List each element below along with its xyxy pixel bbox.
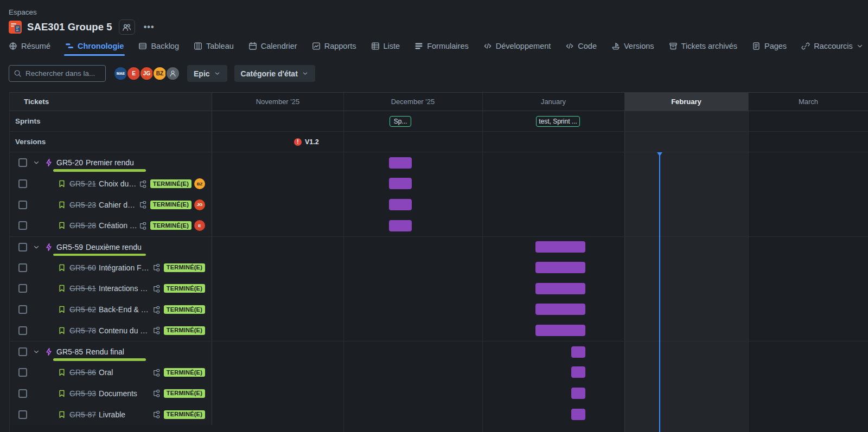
timeline-bar[interactable] [535,304,585,315]
row-timeline [212,237,868,257]
chevron-down-icon[interactable] [33,243,40,251]
tab-versions[interactable]: Versions [611,38,654,54]
issue-key: GR5-86 [69,368,96,377]
issue-row[interactable]: GR5-86OralTERMINÉ(E) [10,362,868,383]
row-checkbox[interactable] [18,389,27,398]
breadcrumb[interactable]: Espaces [9,8,37,16]
hierarchy-icon[interactable] [151,326,161,335]
tab-calendrier[interactable]: Calendrier [248,38,297,54]
row-checkbox[interactable] [18,243,27,252]
chevron-down-icon[interactable] [33,159,40,166]
row-checkbox[interactable] [18,326,27,335]
issue-key: GR5-93 [69,389,96,398]
timeline-icon [65,42,74,50]
timeline-bar[interactable] [389,178,412,189]
tab-tableau[interactable]: Tableau [194,38,234,54]
globe-icon [9,42,17,50]
epic-row[interactable]: GR5-85Rendu final [10,341,868,362]
tab-label: Backlog [151,42,179,50]
sprint-badge[interactable]: Sp... [390,116,411,127]
version-marker[interactable]: ! V1.2 [294,138,319,146]
tab-label: Tickets archivés [681,42,737,50]
avatar-jg[interactable]: JG [139,66,154,81]
timeline-bar[interactable] [571,388,585,399]
tab-chronologie[interactable]: Chronologie [65,38,124,54]
sprint-badge[interactable]: test, Sprint ... [536,116,580,127]
issue-summary: Rendu final [86,347,124,356]
assignee-avatar[interactable]: E [194,220,205,231]
tab-label: Code [578,42,597,50]
row-checkbox[interactable] [18,221,27,230]
backlog-icon [138,42,147,50]
tab-liste[interactable]: Liste [371,38,400,54]
row-checkbox[interactable] [18,305,27,314]
issue-row[interactable]: GR5-28Création Ji...TERMINÉ(E)E [10,215,868,236]
hierarchy-icon[interactable] [151,368,161,377]
tab-rapports[interactable]: Rapports [312,38,356,54]
hierarchy-icon[interactable] [138,200,147,209]
row-checkbox[interactable] [18,347,27,356]
members-button[interactable] [119,20,135,35]
month-header: December '25 [343,93,482,111]
row-checkbox[interactable] [18,179,27,188]
epic-row[interactable]: GR5-59Deuxième rendu [10,236,868,257]
hierarchy-icon[interactable] [151,410,161,419]
issue-row[interactable]: GR5-23Cahier des...TERMINÉ(E)JG [10,194,868,215]
timeline-bar[interactable] [389,199,412,210]
story-icon [58,179,66,188]
issue-row[interactable]: GR5-87LivrableTERMINÉ(E) [10,404,868,425]
more-button[interactable]: ••• [141,21,158,33]
tab-raccourcis[interactable]: Raccourcis [801,38,864,54]
epic-row[interactable]: GR5-20Premier rendu [10,152,868,173]
timeline-bar[interactable] [571,366,585,378]
tab-formulaires[interactable]: Formulaires [414,38,469,54]
timeline-bar[interactable] [535,262,585,273]
timeline-bar[interactable] [571,409,585,420]
tab-r-sum-[interactable]: Résumé [9,38,50,54]
row-checkbox[interactable] [18,284,27,293]
hierarchy-icon[interactable] [151,389,161,398]
timeline-bar[interactable] [571,346,585,358]
timeline-bar[interactable] [535,325,585,336]
calendar-icon [248,42,257,50]
status-category-dropdown[interactable]: Catégorie d'état [234,65,315,82]
issue-row[interactable]: GR5-62Back-End & Ba...TERMINÉ(E) [10,299,868,320]
row-checkbox[interactable] [18,410,27,419]
issue-cell: GR5-59Deuxième rendu [10,237,212,257]
tab-backlog[interactable]: Backlog [138,38,179,54]
epic-filter-dropdown[interactable]: Epic [187,65,227,82]
avatar-e[interactable]: E [126,66,141,81]
avatar-mae[interactable]: MAE [113,66,128,81]
tab-pages[interactable]: Pages [752,38,787,54]
chevron-down-icon[interactable] [33,348,40,356]
tab-label: Versions [624,42,654,50]
tab-tickets-archiv-s[interactable]: Tickets archivés [669,38,737,54]
row-checkbox[interactable] [18,201,27,209]
avatar-bz[interactable]: BZ [152,66,167,81]
hierarchy-icon[interactable] [151,263,161,272]
status-category-label: Catégorie d'état [241,69,298,78]
timeline-bar[interactable] [389,157,412,169]
timeline-bar[interactable] [535,283,585,294]
row-checkbox[interactable] [18,158,27,167]
assignee-avatar[interactable]: JG [194,199,205,210]
tab-code[interactable]: Code [565,38,597,54]
assignee-avatar[interactable]: BZ [194,178,205,189]
issue-row[interactable]: GR5-78Contenu du siteTERMINÉ(E) [10,320,868,341]
list-icon [371,42,380,50]
hierarchy-icon[interactable] [151,284,161,293]
issue-row[interactable]: GR5-93DocumentsTERMINÉ(E) [10,383,868,404]
hierarchy-icon[interactable] [138,179,147,189]
hierarchy-icon[interactable] [138,221,147,230]
tab-d-veloppement[interactable]: Développement [483,38,551,54]
timeline-bar[interactable] [389,220,412,231]
row-checkbox[interactable] [18,263,27,272]
avatar-anonymous[interactable] [165,66,180,81]
timeline-bar[interactable] [535,241,585,253]
search-input[interactable] [25,69,101,78]
hierarchy-icon[interactable] [151,305,161,314]
issue-row[interactable]: GR5-61Interactions Dy...TERMINÉ(E) [10,278,868,299]
issue-row[interactable]: GR5-21Choix du siteTERMINÉ(E)BZ [10,173,868,195]
issue-row[interactable]: GR5-60Intégration Fro...TERMINÉ(E) [10,257,868,278]
row-checkbox[interactable] [18,368,27,377]
